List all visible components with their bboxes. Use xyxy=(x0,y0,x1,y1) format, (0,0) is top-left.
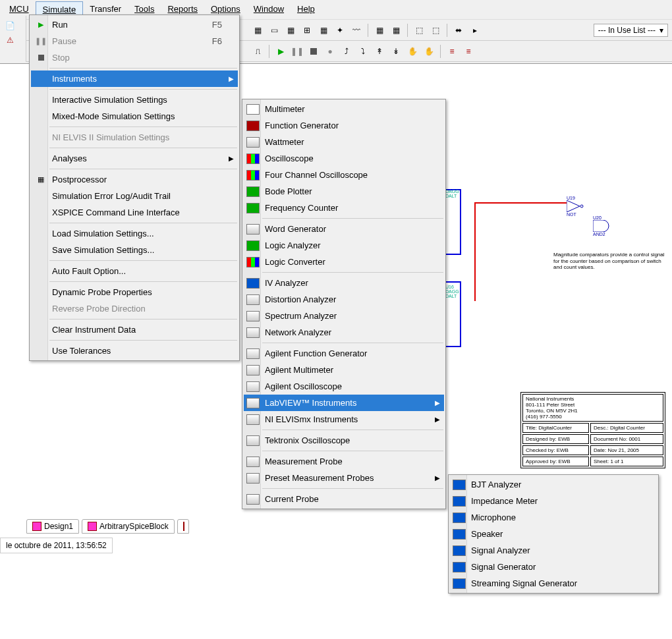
gate-u19: U19 NOT xyxy=(567,196,586,217)
tb-btn-6[interactable]: ✦ xyxy=(333,23,347,38)
inst-item-distortion-analyzer[interactable]: Distortion Analyzer xyxy=(244,291,444,308)
menu-item-label: Reverse Probe Direction xyxy=(52,304,146,314)
menu-item-label: Frequency Counter xyxy=(265,203,338,213)
run-button[interactable]: ▶ xyxy=(273,44,288,59)
lv-item-speaker[interactable]: Speaker xyxy=(450,526,657,542)
labview-instrument-icon xyxy=(453,513,466,523)
lv-item-streaming-signal-generator[interactable]: Streaming Signal Generator xyxy=(450,575,657,592)
pause-button[interactable]: ❚❚ xyxy=(290,44,304,59)
inst-item-spectrum-analyzer[interactable]: Spectrum Analyzer xyxy=(244,308,444,324)
inst-item-bode-plotter[interactable]: Bode Plotter xyxy=(244,183,444,200)
record-button[interactable]: ● xyxy=(323,44,337,59)
inst-item-agilent-function-generator[interactable]: Agilent Function Generator xyxy=(244,345,444,362)
sim-item-mixed-mode-simulation-settings[interactable]: Mixed-Mode Simulation Settings xyxy=(31,108,238,125)
lv-item-signal-analyzer[interactable]: Signal Analyzer xyxy=(450,542,657,559)
side-icon-2[interactable]: ⚠ xyxy=(3,33,17,47)
menu-item-label: Save Simulation Settings... xyxy=(52,245,154,255)
stop-button[interactable] xyxy=(306,44,321,59)
instruments-submenu: MultimeterFunction GeneratorWattmeterOsc… xyxy=(242,99,446,509)
tab-extra[interactable] xyxy=(177,519,189,534)
tab-arbitraryspiceblock[interactable]: ArbitrarySpiceBlock xyxy=(82,519,175,534)
menu-item-label: IV Analyzer xyxy=(265,278,308,288)
tb-btn-1[interactable]: ▦ xyxy=(250,23,265,38)
tb-sim-6[interactable]: ✋ xyxy=(422,44,436,59)
inst-item-frequency-counter[interactable]: Frequency Counter xyxy=(244,200,444,216)
inst-item-function-generator[interactable]: Function Generator xyxy=(244,117,444,134)
labview-submenu: BJT AnalyzerImpedance MeterMicrophoneSpe… xyxy=(448,474,659,594)
tb-btn-10[interactable]: ⬚ xyxy=(412,23,426,38)
tb-btn-12[interactable]: ⬌ xyxy=(451,23,466,38)
sim-item-ni-elvis-ii-simulation-settings: NI ELVIS II Simulation Settings xyxy=(31,129,238,146)
instrument-icon xyxy=(246,457,260,467)
inst-item-agilent-oscilloscope[interactable]: Agilent Oscilloscope xyxy=(244,378,444,395)
menu-item-label: XSPICE Command Line Interface xyxy=(52,208,180,217)
tb-btn-5[interactable]: ▦ xyxy=(316,23,331,38)
tb-sim-5[interactable]: ✋ xyxy=(405,44,420,59)
inst-item-oscilloscope[interactable]: Oscilloscope xyxy=(244,150,444,167)
inst-item-wattmeter[interactable]: Wattmeter xyxy=(244,134,444,150)
menu-window[interactable]: Window xyxy=(247,1,291,18)
lv-item-signal-generator[interactable]: Signal Generator xyxy=(450,559,657,575)
menu-item-label: Bode Plotter xyxy=(265,186,312,196)
inst-item-word-generator[interactable]: Word Generator xyxy=(244,221,444,237)
menu-item-label: Oscilloscope xyxy=(265,153,314,163)
instrument-icon xyxy=(246,473,260,484)
sim-item-simulation-error-log-audit-trail[interactable]: Simulation Error Log/Audit Trail xyxy=(31,188,238,204)
menu-item-label: Interactive Simulation Settings xyxy=(52,95,167,105)
tb-btn-3[interactable]: ▦ xyxy=(283,23,298,38)
sim-item-load-simulation-settings-[interactable]: Load Simulation Settings... xyxy=(31,225,238,242)
lv-item-microphone[interactable]: Microphone xyxy=(450,509,657,526)
tb-step-icon[interactable]: ⎍ xyxy=(250,44,265,59)
menu-item-label: Four Channel Oscilloscope xyxy=(265,170,368,180)
tab-design1[interactable]: Design1 xyxy=(26,519,79,534)
tb-sim-1[interactable]: ⤴ xyxy=(339,44,354,59)
tb-bus-1[interactable]: ≡ xyxy=(445,44,459,59)
side-icon-1[interactable]: 📄 xyxy=(3,18,17,33)
schematic-note: Magnitude comparators provide a control … xyxy=(553,252,665,271)
inst-item-tektronix-oscilloscope[interactable]: Tektronix Oscilloscope xyxy=(244,432,444,449)
inst-item-four-channel-oscilloscope[interactable]: Four Channel Oscilloscope xyxy=(244,167,444,183)
tb-btn-13[interactable]: ▸ xyxy=(468,23,482,38)
sim-item-clear-instrument-data[interactable]: Clear Instrument Data xyxy=(31,321,238,338)
tb-btn-9[interactable]: ▦ xyxy=(389,23,403,38)
sim-item-instruments[interactable]: Instruments▶ xyxy=(31,70,238,87)
inst-item-labview-instruments[interactable]: LabVIEW™ Instruments▶ xyxy=(244,395,444,411)
sim-item-postprocessor[interactable]: ▦Postprocessor xyxy=(31,171,238,188)
sim-item-xspice-command-line-interface[interactable]: XSPICE Command Line Interface xyxy=(31,204,238,221)
sim-item-auto-fault-option-[interactable]: Auto Fault Option... xyxy=(31,263,238,279)
tb-btn-8[interactable]: ▦ xyxy=(372,23,387,38)
sim-item-interactive-simulation-settings[interactable]: Interactive Simulation Settings xyxy=(31,92,238,108)
menu-help[interactable]: Help xyxy=(291,1,322,18)
tb-sim-2[interactable]: ⤵ xyxy=(356,44,370,59)
in-use-list-dropdown[interactable]: --- In Use List ---▾ xyxy=(594,24,668,37)
sim-item-save-simulation-settings-[interactable]: Save Simulation Settings... xyxy=(31,242,238,258)
instrument-icon xyxy=(246,278,260,289)
inst-item-iv-analyzer[interactable]: IV Analyzer xyxy=(244,275,444,291)
inst-item-ni-elvismx-instruments[interactable]: NI ELVISmx Instruments▶ xyxy=(244,411,444,428)
sim-item-run[interactable]: ▶RunF5 xyxy=(31,16,238,33)
inst-item-logic-converter[interactable]: Logic Converter xyxy=(244,254,444,270)
tb-sim-3[interactable]: ↟ xyxy=(372,44,387,59)
tb-btn-2[interactable]: ▭ xyxy=(267,23,281,38)
lv-item-impedance-meter[interactable]: Impedance Meter xyxy=(450,493,657,509)
inst-item-preset-measurement-probes[interactable]: Preset Measurement Probes▶ xyxy=(244,470,444,486)
tb-sim-4[interactable]: ↡ xyxy=(389,44,403,59)
tb-bus-2[interactable]: ≡ xyxy=(461,44,476,59)
inst-item-agilent-multimeter[interactable]: Agilent Multimeter xyxy=(244,362,444,378)
inst-item-measurement-probe[interactable]: Measurement Probe xyxy=(244,453,444,470)
menu-item-label: Stop xyxy=(52,53,70,63)
inst-item-current-probe[interactable]: Current Probe xyxy=(244,491,444,507)
sim-item-use-tolerances[interactable]: Use Tolerances xyxy=(31,343,238,359)
menu-item-label: Multimeter xyxy=(265,104,305,114)
tb-btn-4[interactable]: ⊞ xyxy=(300,23,314,38)
inst-item-network-analyzer[interactable]: Network Analyzer xyxy=(244,324,444,341)
sim-item-analyses[interactable]: Analyses▶ xyxy=(31,150,238,167)
stop-icon xyxy=(35,53,47,63)
lv-item-bjt-analyzer[interactable]: BJT Analyzer xyxy=(450,476,657,493)
instrument-icon xyxy=(246,365,260,375)
inst-item-logic-analyzer[interactable]: Logic Analyzer xyxy=(244,237,444,254)
inst-item-multimeter[interactable]: Multimeter xyxy=(244,101,444,117)
tb-btn-7[interactable]: 〰 xyxy=(349,23,364,38)
tb-btn-11[interactable]: ⬚ xyxy=(428,23,443,38)
sim-item-dynamic-probe-properties[interactable]: Dynamic Probe Properties xyxy=(31,284,238,300)
